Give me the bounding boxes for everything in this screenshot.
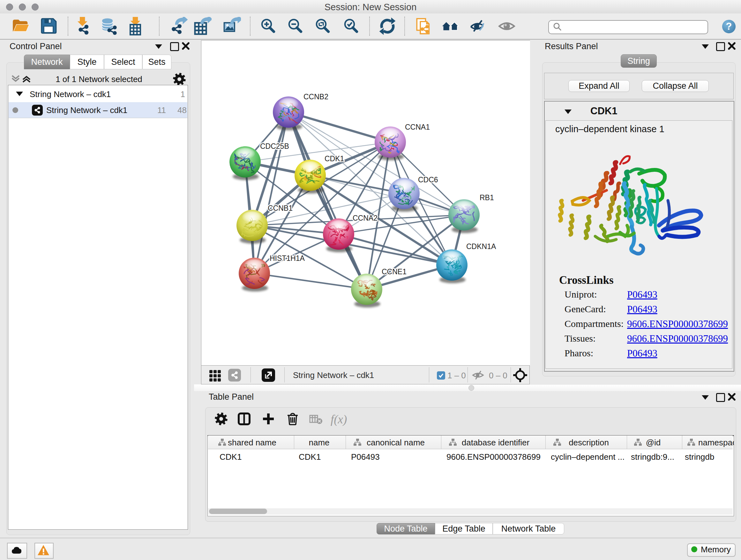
svg-text:CCNE1: CCNE1 <box>382 267 407 276</box>
svg-text:CCNB2: CCNB2 <box>304 92 328 101</box>
svg-text:?: ? <box>726 21 732 32</box>
svg-text:RB1: RB1 <box>480 193 494 202</box>
svg-text:CCNA2: CCNA2 <box>353 214 378 222</box>
svg-text:CDKN1A: CDKN1A <box>466 242 496 251</box>
svg-text:CDK1: CDK1 <box>325 154 344 163</box>
svg-text:CCNA1: CCNA1 <box>405 123 430 131</box>
svg-text:CDC6: CDC6 <box>418 176 438 184</box>
svg-text:CDC25B: CDC25B <box>260 142 289 150</box>
svg-text:CCNB1: CCNB1 <box>268 204 293 212</box>
svg-text:HIST1H1A: HIST1H1A <box>270 254 305 262</box>
